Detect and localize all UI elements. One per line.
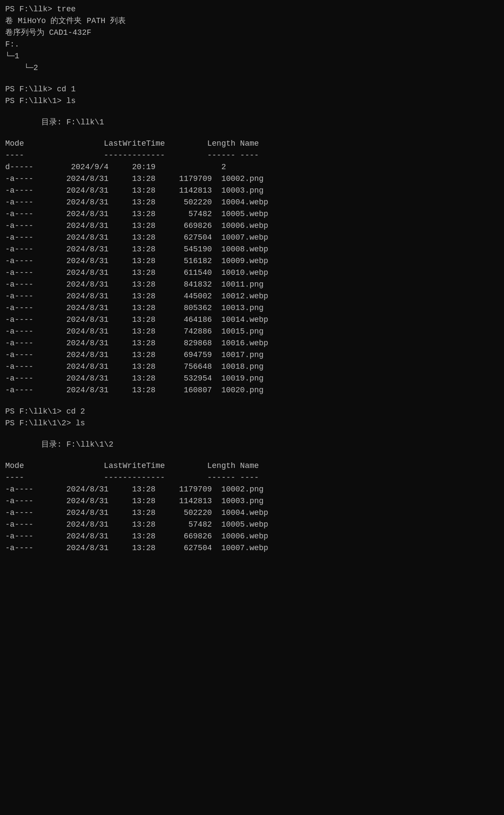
table-row: -a---- 2024/8/31 13:28 1179709 10002.png: [5, 484, 499, 495]
table-row: -a---- 2024/8/31 13:28 742886 10015.png: [5, 326, 499, 337]
tree-1: └─1: [5, 50, 499, 62]
table-row: -a---- 2024/8/31 13:28 694759 10017.png: [5, 349, 499, 361]
table-row: -a---- 2024/8/31 13:28 464186 10014.webp: [5, 314, 499, 326]
table-row: -a---- 2024/8/31 13:28 1142813 10003.png: [5, 185, 499, 197]
spacer2: [5, 107, 499, 117]
dir2-file-rows: -a---- 2024/8/31 13:28 1179709 10002.png…: [5, 484, 499, 554]
table-row: -a---- 2024/8/31 13:28 627504 10007.webp: [5, 542, 499, 554]
table-row: -a---- 2024/8/31 13:28 532954 10019.png: [5, 373, 499, 384]
prompt-tree: PS F:\llk> tree: [5, 3, 499, 15]
dir2-header: 目录: F:\llk\1\2: [5, 439, 499, 451]
spacer5: [5, 429, 499, 439]
table-row: -a---- 2024/8/31 13:28 545190 10008.webp: [5, 244, 499, 255]
table-row: -a---- 2024/8/31 13:28 611540 10010.webp: [5, 267, 499, 279]
prompt-cd1: PS F:\llk> cd 1: [5, 84, 499, 95]
spacer4: [5, 396, 499, 406]
table-row: -a---- 2024/8/31 13:28 627504 10007.webp: [5, 232, 499, 244]
table-row: -a---- 2024/8/31 13:28 669826 10006.webp: [5, 531, 499, 542]
table-row: -a---- 2024/8/31 13:28 669826 10006.webp: [5, 220, 499, 232]
table-row: -a---- 2024/8/31 13:28 57482 10005.webp: [5, 519, 499, 531]
spacer3: [5, 128, 499, 138]
spacer1: [5, 74, 499, 84]
col-headers-1: Mode LastWriteTime Length Name: [5, 138, 499, 150]
col-dividers-2: ---- ------------- ------ ----: [5, 472, 499, 484]
prompt-ls1: PS F:\llk\1> ls: [5, 95, 499, 107]
spacer6: [5, 451, 499, 460]
vol-line1: 卷 MiHoYo 的文件夹 PATH 列表: [5, 15, 499, 27]
table-row: -a---- 2024/8/31 13:28 756648 10018.png: [5, 361, 499, 373]
vol-line2: 卷序列号为 CAD1-432F: [5, 27, 499, 39]
table-row: -a---- 2024/8/31 13:28 445002 10012.webp: [5, 291, 499, 302]
table-row: d----- 2024/9/4 20:19 2: [5, 161, 499, 173]
dir2-table: Mode LastWriteTime Length Name ---- ----…: [5, 460, 499, 554]
prompt-ls2: PS F:\llk\1\2> ls: [5, 418, 499, 429]
col-headers-2: Mode LastWriteTime Length Name: [5, 460, 499, 472]
terminal-output: PS F:\llk> tree 卷 MiHoYo 的文件夹 PATH 列表 卷序…: [5, 3, 499, 554]
dir1-header: 目录: F:\llk\1: [5, 117, 499, 128]
tree-f: F:.: [5, 39, 499, 50]
dir1-table: Mode LastWriteTime Length Name ---- ----…: [5, 138, 499, 396]
table-row: -a---- 2024/8/31 13:28 516182 10009.webp: [5, 255, 499, 267]
table-row: -a---- 2024/8/31 13:28 1142813 10003.png: [5, 495, 499, 507]
tree-2: └─2: [5, 62, 499, 74]
table-row: -a---- 2024/8/31 13:28 502220 10004.webp: [5, 197, 499, 208]
dir1-file-rows: d----- 2024/9/4 20:19 2-a---- 2024/8/31 …: [5, 161, 499, 396]
table-row: -a---- 2024/8/31 13:28 160807 10020.png: [5, 384, 499, 396]
prompt-cd2: PS F:\llk\1> cd 2: [5, 406, 499, 418]
table-row: -a---- 2024/8/31 13:28 829868 10016.webp: [5, 337, 499, 349]
table-row: -a---- 2024/8/31 13:28 1179709 10002.png: [5, 173, 499, 185]
col-dividers-1: ---- ------------- ------ ----: [5, 150, 499, 161]
table-row: -a---- 2024/8/31 13:28 805362 10013.png: [5, 302, 499, 314]
table-row: -a---- 2024/8/31 13:28 57482 10005.webp: [5, 208, 499, 220]
table-row: -a---- 2024/8/31 13:28 502220 10004.webp: [5, 507, 499, 519]
table-row: -a---- 2024/8/31 13:28 841832 10011.png: [5, 279, 499, 291]
